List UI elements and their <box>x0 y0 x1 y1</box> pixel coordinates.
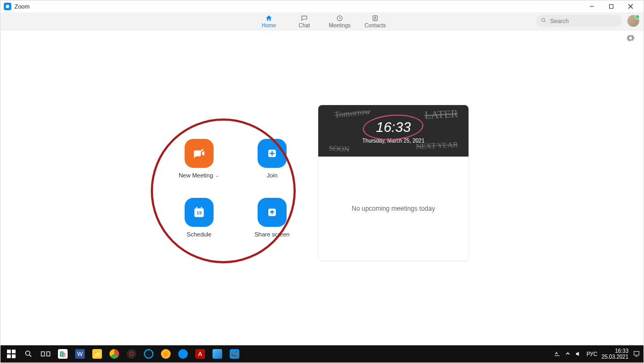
titlebar: Zoom <box>1 1 643 12</box>
tb-app-explorer[interactable]: 📁 <box>90 346 105 361</box>
tray-time: 16:33 <box>615 348 628 354</box>
join-button[interactable] <box>258 139 287 168</box>
search-icon <box>24 350 33 358</box>
home-content: New Meeting ⌄ Join <box>1 31 643 345</box>
tb-app-chrome[interactable] <box>107 346 122 361</box>
svg-point-6 <box>375 17 376 18</box>
schedule-label: Schedule <box>187 231 211 238</box>
new-meeting-label[interactable]: New Meeting ⌄ <box>179 172 219 179</box>
chat-icon <box>301 14 308 22</box>
svg-rect-20 <box>12 354 16 358</box>
svg-point-7 <box>541 18 545 21</box>
tray-volume-icon[interactable] <box>575 350 582 358</box>
tray-date: 25.03.2021 <box>602 354 628 360</box>
svg-line-22 <box>30 355 31 357</box>
svg-rect-19 <box>7 354 11 358</box>
banner-time: 16:33 <box>376 119 411 135</box>
nav-tabs: Home Chat Meetings Contacts <box>255 12 389 30</box>
join-label: Join <box>267 172 277 179</box>
quick-actions-panel: New Meeting ⌄ Join <box>175 139 296 238</box>
chalk-text: LATER <box>424 107 458 121</box>
tb-app-generic2[interactable] <box>158 346 173 361</box>
calendar-icon: 19 <box>192 205 206 219</box>
tab-label: Meetings <box>329 23 351 28</box>
action-grid: New Meeting ⌄ Join <box>175 139 296 238</box>
tab-contacts[interactable]: Contacts <box>362 14 389 28</box>
schedule-cell: 19 Schedule <box>175 198 223 238</box>
tb-app-opera[interactable]: O <box>124 346 139 361</box>
home-icon <box>265 14 273 22</box>
tab-label: Contacts <box>364 23 385 28</box>
clock-banner: Tomorrow LATER SOON NEXT YEAR 16:33 Thur… <box>318 105 469 157</box>
new-meeting-cell: New Meeting ⌄ <box>175 139 223 179</box>
chevron-down-icon: ⌄ <box>215 173 219 178</box>
taskview-icon <box>41 350 50 358</box>
profile-avatar[interactable] <box>627 15 639 27</box>
top-toolbar: Home Chat Meetings Contacts <box>1 12 643 31</box>
close-button[interactable] <box>621 1 640 12</box>
task-view-button[interactable] <box>38 346 53 361</box>
start-button[interactable] <box>4 346 19 361</box>
share-label: Share screen <box>254 231 289 238</box>
chalk-text: SOON <box>328 144 349 154</box>
svg-rect-1 <box>610 5 613 9</box>
taskbar-left: 🛍️ W 📁 O A 📹 <box>4 346 242 361</box>
svg-rect-9 <box>194 150 201 156</box>
tb-app-store[interactable]: 🛍️ <box>55 346 70 361</box>
svg-line-8 <box>545 21 546 23</box>
tb-app-photos[interactable] <box>210 346 225 361</box>
windows-icon <box>7 350 16 358</box>
contacts-icon <box>371 14 379 22</box>
tray-input-icon[interactable] <box>553 350 561 358</box>
tab-label: Chat <box>298 23 310 28</box>
zoom-window: Zoom Home Chat <box>0 0 644 363</box>
no-meetings-text: No upcoming meetings today <box>352 205 435 212</box>
upcoming-panel: Tomorrow LATER SOON NEXT YEAR 16:33 Thur… <box>318 105 469 261</box>
window-title: Zoom <box>14 3 30 10</box>
schedule-button[interactable]: 19 <box>185 198 214 227</box>
new-meeting-button[interactable] <box>185 139 214 168</box>
tab-meetings[interactable]: Meetings <box>326 14 353 28</box>
tb-app-acrobat[interactable]: A <box>193 346 208 361</box>
svg-point-14 <box>196 207 197 209</box>
tb-app-generic3[interactable] <box>175 346 191 361</box>
share-cell: Share screen <box>248 198 296 238</box>
svg-point-21 <box>26 351 30 355</box>
share-icon <box>266 206 279 219</box>
share-screen-button[interactable] <box>258 198 287 227</box>
zoom-app-icon <box>4 3 11 10</box>
windows-taskbar: 🛍️ W 📁 O A 📹 РУС 16:33 2 <box>1 345 643 362</box>
search-input[interactable] <box>536 15 622 27</box>
svg-rect-24 <box>47 352 50 356</box>
taskbar-right: РУС 16:33 25.03.2021 <box>553 348 640 360</box>
video-icon <box>192 146 206 160</box>
svg-rect-25 <box>634 351 639 355</box>
search-wrap <box>536 15 622 27</box>
svg-point-15 <box>201 207 202 209</box>
tab-chat[interactable]: Chat <box>291 14 318 28</box>
banner-time-wrap: 16:33 <box>370 118 416 137</box>
svg-rect-18 <box>12 350 16 353</box>
tab-label: Home <box>262 23 276 28</box>
tb-app-generic1[interactable] <box>141 346 156 361</box>
upcoming-body: No upcoming meetings today <box>318 157 469 261</box>
tb-app-zoom[interactable]: 📹 <box>227 346 242 361</box>
search-icon <box>540 17 547 24</box>
maximize-button[interactable] <box>602 1 621 12</box>
tray-clock[interactable]: 16:33 25.03.2021 <box>602 348 628 360</box>
tb-app-word[interactable]: W <box>72 346 87 361</box>
svg-rect-23 <box>41 352 45 356</box>
tray-notifications-icon[interactable] <box>633 350 640 358</box>
minimize-button[interactable] <box>582 1 602 12</box>
tray-language[interactable]: РУС <box>587 351 597 357</box>
tab-home[interactable]: Home <box>255 14 282 28</box>
chalk-text: NEXT YEAR <box>415 140 458 151</box>
tray-chevron-icon[interactable] <box>565 351 570 357</box>
clock-icon <box>336 14 343 22</box>
svg-rect-17 <box>7 350 11 353</box>
search-task-button[interactable] <box>21 346 36 361</box>
plus-icon <box>266 147 279 160</box>
chalk-text: Tomorrow <box>334 106 371 120</box>
join-cell: Join <box>248 139 296 179</box>
